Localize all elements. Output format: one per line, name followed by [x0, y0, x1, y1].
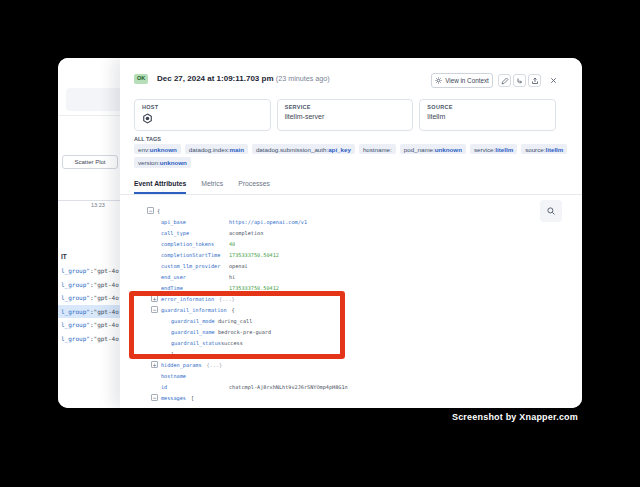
attribute-value: bedrock-pre-guard: [218, 329, 271, 335]
tree-toggle-icon[interactable]: [147, 207, 154, 214]
attribute-key: custom_llm_provider: [161, 263, 229, 269]
attribute-row[interactable]: hostname: [134, 370, 574, 381]
list-item[interactable]: l_group":"gpt-4o: [58, 305, 120, 319]
tag-pill[interactable]: pod_name:unknown: [400, 144, 466, 154]
attribute-value: during_call: [218, 318, 252, 324]
attribute-row[interactable]: guardrail_information {: [134, 304, 574, 315]
list-item-value: :"gpt-4o: [90, 294, 119, 301]
attribute-key: messages: [161, 395, 186, 401]
watermark-caption: Screenshot by Xnapper.com: [452, 412, 578, 422]
background-page: Scatter Plot 13:23 IT l_group":"gpt-4o l…: [58, 58, 120, 408]
list-item[interactable]: l_group":"gpt-4o: [58, 332, 120, 346]
tag-pill[interactable]: service:litellm: [470, 144, 517, 154]
tree-toggle-icon[interactable]: [151, 361, 158, 368]
attribute-row[interactable]: messages [: [134, 392, 574, 403]
tag-value: unknown: [160, 159, 187, 166]
view-in-context-button[interactable]: View in Context: [431, 73, 493, 88]
attribute-row[interactable]: guardrail_status success: [134, 337, 574, 348]
attribute-value: 1735333750.50412: [229, 252, 279, 258]
attribute-row[interactable]: completionStartTime 1735333750.50412: [134, 249, 574, 260]
list-item-key: l_group": [61, 267, 90, 274]
attribute-row[interactable]: id chatcmpl-Aj8rxhNLht9v2J6rSNYOmp4pH8G1…: [134, 381, 574, 392]
tag-pill[interactable]: version:unknown: [134, 157, 191, 167]
edit-button[interactable]: [498, 74, 511, 87]
attribute-row[interactable]: hidden_params {...}: [134, 359, 574, 370]
tag-pill[interactable]: env:unknown: [134, 144, 181, 154]
tag-pill[interactable]: datadog.index:main: [185, 144, 248, 154]
chart-axis-line: [58, 200, 120, 201]
info-boxes: HOST SERVICE litellm-server SOURCE litel…: [134, 99, 556, 131]
attribute-key: hidden_params: [161, 362, 202, 368]
trace-icon: [516, 77, 524, 85]
attribute-row[interactable]: completion_tokens 40: [134, 238, 574, 249]
list-item-value: :"gpt-4o: [90, 308, 119, 315]
source-box[interactable]: SOURCE litellm: [419, 99, 556, 131]
host-box[interactable]: HOST: [134, 99, 271, 131]
tag-pill[interactable]: hostname:: [359, 144, 396, 154]
status-badge: OK: [134, 74, 148, 84]
screenshot-canvas: Scatter Plot 13:23 IT l_group":"gpt-4o l…: [0, 0, 640, 487]
query-list: l_group":"gpt-4o l_group":"gpt-4o l_grou…: [58, 264, 120, 345]
tree-toggle-icon[interactable]: [151, 394, 158, 401]
attribute-row[interactable]: endTime 1735333750.50412: [134, 282, 574, 293]
tree-toggle-icon[interactable]: [151, 306, 158, 313]
attribute-value: chatcmpl-Aj8rxhNLht9v2J6rSNYOmp4pH8G1n: [229, 384, 348, 390]
attribute-value: 1735333750.50412: [229, 285, 279, 291]
event-timestamp: Dec 27, 2024 at 1:09:11.703 pm (23 minut…: [157, 74, 330, 83]
tag-pill[interactable]: source:litellm: [521, 144, 567, 154]
service-value: litellm-server: [285, 113, 406, 120]
close-button[interactable]: [547, 74, 560, 87]
export-button[interactable]: [528, 74, 541, 87]
list-item[interactable]: l_group":"gpt-4o: [58, 318, 120, 332]
attribute-row[interactable]: api_base https://api.openai.com/v1: [134, 216, 574, 227]
list-item[interactable]: l_group":"gpt-4o: [58, 278, 120, 292]
attribute-tree: { api_base https://api.openai.com/v1 cal…: [134, 205, 574, 403]
panel-tabs: Event Attributes Metrics Processes: [120, 175, 582, 195]
attribute-value: {...}: [207, 362, 223, 368]
attribute-value: acompletion: [229, 230, 263, 236]
tab-label: Event Attributes: [134, 180, 186, 187]
attribute-key: guardrail_information: [161, 307, 227, 313]
attribute-value: hi: [229, 274, 235, 280]
list-item[interactable]: l_group":"gpt-4o: [58, 291, 120, 305]
related-traces-button[interactable]: [513, 74, 526, 87]
tag-key: version:: [138, 159, 160, 166]
host-hexagon-icon: [142, 113, 153, 124]
tree-toggle-icon[interactable]: [151, 295, 158, 302]
attribute-key: call_type: [161, 230, 229, 236]
attribute-row[interactable]: custom_llm_provider openai: [134, 260, 574, 271]
tag-value: litellm: [545, 146, 563, 153]
attribute-row[interactable]: guardrail_name bedrock-pre-guard: [134, 326, 574, 337]
attribute-key: guardrail_status: [171, 340, 221, 346]
service-box[interactable]: SERVICE litellm-server: [277, 99, 414, 131]
scatter-plot-button[interactable]: Scatter Plot: [62, 155, 118, 169]
list-item-key: l_group": [61, 321, 90, 328]
attribute-row[interactable]: guardrail_mode during_call: [134, 315, 574, 326]
attribute-row[interactable]: {: [134, 205, 574, 216]
attribute-value: {: [232, 307, 235, 313]
list-item-key: l_group": [61, 281, 90, 288]
attribute-key: end_user: [161, 274, 229, 280]
all-tags-label: ALL TAGS: [134, 136, 161, 142]
attribute-key: api_base: [161, 219, 229, 225]
tab[interactable]: Metrics: [201, 175, 223, 194]
tag-key: service:: [474, 146, 495, 153]
tag-pill[interactable]: datadog.submission_auth:api_key: [252, 144, 355, 154]
list-item[interactable]: l_group":"gpt-4o: [58, 264, 120, 278]
tab[interactable]: Processes: [238, 175, 270, 194]
list-header: IT: [61, 253, 67, 260]
attribute-row[interactable]: end_user hi: [134, 271, 574, 282]
attribute-key: completionStartTime: [161, 252, 229, 258]
tag-value: main: [229, 146, 243, 153]
tag-value: litellm: [495, 146, 513, 153]
attribute-row[interactable]: call_type acompletion: [134, 227, 574, 238]
attribute-value: [: [191, 395, 194, 401]
attribute-row[interactable]: error_information {...}: [134, 293, 574, 304]
attribute-row[interactable]: }: [134, 348, 574, 359]
service-label: SERVICE: [285, 104, 406, 110]
tag-key: datadog.submission_auth:: [256, 146, 328, 153]
tag-key: source:: [525, 146, 545, 153]
list-item-key: l_group": [61, 335, 90, 342]
attribute-key: guardrail_name: [171, 329, 218, 335]
tab[interactable]: Event Attributes: [134, 175, 186, 194]
